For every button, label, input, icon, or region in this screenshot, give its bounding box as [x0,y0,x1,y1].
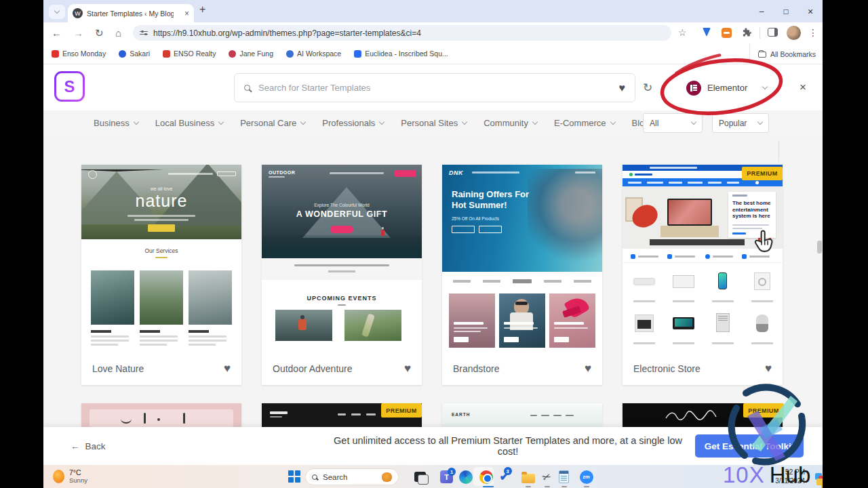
folder-icon [521,474,535,483]
site-settings-icon[interactable] [140,31,148,35]
notepad-button[interactable] [556,469,572,485]
home-icon[interactable]: ⌂ [115,26,121,39]
window-minimize-button[interactable]: – [749,0,774,22]
weather-temperature[interactable]: 7°C [69,468,81,476]
extension-icon[interactable] [722,28,732,38]
favorites-heart-icon[interactable]: ♥ [619,82,626,94]
category-ecommerce[interactable]: E-Commerce [554,118,615,128]
category-community[interactable]: Community [484,118,537,128]
browser-titlebar: W Starter Templates ‹ My Blog — WordP × … [43,0,823,22]
bookmark-label: Euclidea - Inscribed Squ... [365,49,448,58]
favorite-heart-icon[interactable]: ♥ [224,362,231,375]
template-thumbnail[interactable]: OUTDOOR Explore The Colourful World A WO… [262,165,422,352]
template-card-electronic-store[interactable]: PREMIUM [623,165,783,385]
thumb-tagline: we all love [81,186,241,191]
thumb-events-section: UPCOMING EVENTS [262,280,422,352]
scrollbar-thumb[interactable] [817,241,822,253]
template-card-partial[interactable]: PREMIUM [262,403,422,427]
zoom-app-button[interactable]: zm [578,469,594,485]
bookmark-item[interactable]: Enso Monday [52,49,106,58]
new-tab-button[interactable]: + [199,3,205,16]
card-footer: Outdoor Adventure ♥ [262,352,422,385]
template-card-love-nature[interactable]: we all love nature Our Services [81,165,241,385]
type-filter-dropdown[interactable]: All [643,113,703,133]
check-icon: ✔3 [499,470,509,484]
window-close-button[interactable]: × [798,0,823,22]
chrome-app-button[interactable] [478,469,494,485]
template-name: Electronic Store [633,363,701,374]
category-business[interactable]: Business [94,118,138,128]
forward-icon[interactable]: → [73,26,83,39]
favorite-heart-icon[interactable]: ♥ [404,362,411,375]
card-footer: Electronic Store ♥ [623,352,783,385]
card-footer: Love Nature ♥ [81,352,241,385]
side-panel-icon[interactable] [768,28,778,37]
bookmark-item[interactable]: Euclidea - Inscribed Squ... [354,49,448,58]
weather-condition[interactable]: Sunny [69,476,87,484]
profile-avatar[interactable] [787,26,801,40]
back-icon[interactable]: ← [52,26,62,39]
card-footer: Brandstore ♥ [442,352,602,385]
tab-search-button[interactable] [49,5,65,19]
bookmark-star-icon[interactable]: ☆ [678,26,687,39]
template-thumbnail[interactable]: The best home entertainment system is he… [623,165,783,352]
builder-label: Elementor [707,83,747,93]
search-icon [312,474,317,480]
toolbar-divider [760,27,760,39]
bookmark-label: Jane Fung [239,49,273,58]
template-card-outdoor-adventure[interactable]: OUTDOOR Explore The Colourful World A WO… [262,165,422,385]
category-professionals[interactable]: Professionals [322,118,384,128]
template-card-partial[interactable] [81,403,241,427]
tab-close-icon[interactable]: × [184,9,189,18]
template-search-bar[interactable]: ♥ [234,73,635,102]
get-essential-toolkit-button[interactable]: Get Essential Toolkit [695,434,804,458]
bookmark-item[interactable]: Jane Fung [229,49,273,58]
category-personal-care[interactable]: Personal Care [240,118,305,128]
bookmark-item[interactable]: ENSO Realty [163,49,216,58]
bookmark-favicon [119,50,126,58]
template-card-partial[interactable]: EARTH [442,403,602,427]
all-bookmarks-label: All Bookmarks [770,50,816,58]
thumb-brand: OUTDOOR [269,170,295,175]
category-personal-sites[interactable]: Personal Sites [401,118,467,128]
running-indicator [584,486,589,487]
browser-tab[interactable]: W Starter Templates ‹ My Blog — WordP × [68,4,194,22]
all-bookmarks-button[interactable]: All Bookmarks [749,43,816,64]
back-arrow-icon: ← [71,441,80,451]
file-explorer-button[interactable] [520,469,536,485]
template-thumbnail[interactable]: DNK Raining Offers ForHot Summer! 25% Of… [442,165,602,352]
sort-filter-dropdown[interactable]: Popular [712,113,769,133]
reload-icon[interactable]: ↻ [95,26,104,39]
task-view-button[interactable] [412,469,428,485]
browser-menu-icon[interactable]: ⋮ [808,26,818,39]
back-button[interactable]: ← Back [71,427,106,465]
sync-icon[interactable]: ↻ [643,81,652,95]
template-thumbnail[interactable]: we all love nature Our Services [81,165,241,352]
taskbar-search[interactable]: Search [305,468,399,485]
address-bar[interactable]: https://h9.10xhub.org/wp-admin/themes.ph… [133,25,671,41]
page-builder-select[interactable]: Elementor [679,73,774,102]
window-maximize-button[interactable]: □ [774,0,798,22]
todo-app-button[interactable]: ✔3 [496,469,512,485]
extensions-puzzle-icon[interactable] [742,28,752,38]
bookmark-item[interactable]: Sakari [119,49,150,58]
taskbar-clock[interactable]: 52 PM 3/11/2024 [775,468,805,485]
category-local-business[interactable]: Local Business [155,118,223,128]
favorite-heart-icon[interactable]: ♥ [765,362,772,375]
start-button[interactable] [288,470,300,483]
template-card-partial[interactable]: PREMIUM [623,403,783,427]
snipping-tool-button[interactable]: ✂ [539,469,555,485]
teams-app-button[interactable]: T1 [439,469,454,485]
bookmark-item[interactable]: AI Workspace [286,49,341,58]
template-card-brandstore[interactable]: DNK Raining Offers ForHot Summer! 25% Of… [442,165,602,385]
favorite-heart-icon[interactable]: ♥ [585,362,591,375]
thumb-hero: OUTDOOR Explore The Colourful World A WO… [262,165,422,258]
template-name: Brandstore [453,363,499,374]
extension-icon[interactable] [703,28,711,37]
chrome-icon [479,470,493,484]
edge-app-button[interactable] [458,469,473,485]
close-library-button[interactable]: × [795,79,811,96]
template-search-input[interactable] [257,82,619,94]
weather-icon[interactable] [53,470,64,483]
search-highlight-icon [382,472,392,482]
